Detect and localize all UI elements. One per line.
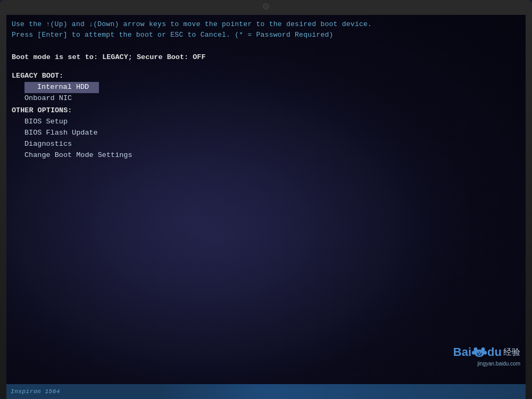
instruction-line-2: Press [Enter] to attempt the boot or ESC…: [12, 30, 520, 40]
svg-point-1: [474, 347, 478, 352]
other-item-change-boot-mode[interactable]: Change Boot Mode Settings: [12, 150, 520, 161]
bios-screen: Use the (Up) and (Down) arrow keys to mo…: [6, 15, 526, 384]
watermark-container: Bai du 经验 jingyan.baidu.com: [453, 344, 520, 367]
internal-hdd-label[interactable]: Internal HDD: [24, 82, 99, 93]
bottom-bar: Inspiron 1564: [6, 384, 526, 399]
boot-item-internal-hdd[interactable]: Internal HDD: [12, 82, 520, 93]
brand-label: Inspiron 1564: [11, 388, 60, 395]
other-item-bios-flash[interactable]: BIOS Flash Update: [12, 128, 520, 139]
baidu-du-text: du: [487, 345, 502, 359]
baidu-bai-text: Bai: [453, 345, 471, 359]
svg-point-4: [484, 351, 487, 355]
baidu-brand: Bai du 经验: [453, 344, 520, 360]
other-options-header: OTHER OPTIONS:: [12, 105, 520, 117]
svg-point-3: [472, 351, 475, 355]
baidu-paw-icon: [471, 344, 487, 360]
laptop-bezel: Use the (Up) and (Down) arrow keys to mo…: [0, 0, 532, 399]
boot-mode-status: Boot mode is set to: LEGACY; Secure Boot…: [12, 52, 520, 63]
arrow-down-icon: [89, 20, 93, 28]
legacy-boot-header: LEGACY BOOT:: [12, 71, 520, 82]
arrow-up-icon: [46, 20, 51, 28]
svg-point-8: [479, 354, 480, 355]
other-item-diagnostics[interactable]: Diagnostics: [12, 139, 520, 150]
bios-content: Use the (Up) and (Down) arrow keys to mo…: [6, 15, 526, 161]
boot-item-onboard-nic[interactable]: Onboard NIC: [12, 93, 520, 104]
svg-point-6: [478, 352, 479, 354]
webcam: [263, 3, 269, 10]
baidu-jingyan-text: 经验: [503, 347, 520, 358]
svg-point-7: [480, 352, 481, 354]
other-item-bios-setup[interactable]: BIOS Setup: [12, 117, 520, 128]
svg-point-2: [481, 347, 485, 352]
baidu-url: jingyan.baidu.com: [477, 361, 520, 367]
instruction-line-1: Use the (Up) and (Down) arrow keys to mo…: [12, 19, 520, 30]
